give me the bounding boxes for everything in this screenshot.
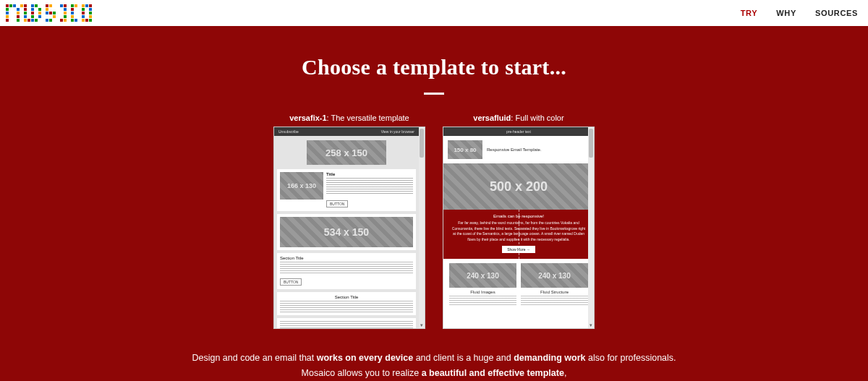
scrollbar[interactable]: ▴ ▾ [419,127,425,328]
preview-header: 150 x 80 Responsive Email Template. [443,136,594,163]
unsubscribe-link: Unsubscribe [278,129,299,134]
column: 240 x 130 Fluid Structure [521,263,588,306]
hero-section: Choose a template to start... versafix-1… [0,26,868,381]
top-bar: TRY WHY SOURCES [0,0,868,26]
template-card-versafluid[interactable]: versafluid: Full with color pre-header t… [443,114,595,329]
nav-sources[interactable]: SOURCES [815,9,858,17]
placeholder-image: 500 x 200 [443,163,594,210]
preview-button: BUTTON [326,200,348,207]
preview-topbar: Unsubscribe View in your browser [274,127,419,136]
lorem-lines [449,296,516,306]
preview-button: BUTTON [280,278,302,286]
preview-section: Section Title BUTTON [277,253,416,289]
template-caption: versafix-1: The versatile template [273,114,425,122]
brand-logo [6,4,92,22]
lorem-lines [326,178,413,195]
template-caption: versafluid: Full with color [443,114,595,122]
template-card-versafix[interactable]: versafix-1: The versatile template Unsub… [273,114,425,329]
preview-columns: 240 x 130 Fluid Images 240 x 130 Fluid S… [443,259,594,310]
nav-try[interactable]: TRY [741,9,758,17]
text-block: Title BUTTON [326,172,413,208]
preview-topbar: pre-header text [443,127,594,136]
title-underline [424,93,444,95]
placeholder-image: 258 x 150 [307,140,386,165]
nav-why[interactable]: WHY [776,9,796,17]
scroll-handle[interactable] [420,129,424,158]
preview-section: Section Title [277,292,416,315]
lorem-lines [280,301,413,312]
scroll-down-icon: ▾ [419,322,425,328]
page-title: Choose a template to start... [0,55,868,80]
header-text: Responsive Email Template. [487,147,542,152]
placeholder-image: 150 x 80 [448,140,482,159]
scroll-handle[interactable] [589,129,593,158]
column-label: Fluid Structure [521,290,588,294]
lorem-lines [521,296,588,306]
column-label: Fluid Images [449,290,516,294]
template-picker: versafix-1: The versatile template Unsub… [0,114,868,329]
scroll-down-icon: ▾ [588,322,594,328]
template-thumbnail: Unsubscribe View in your browser 258 x 1… [273,127,425,329]
column: 240 x 130 Fluid Images [449,263,516,306]
body-paragraph: Far far away, behind the word mountains,… [451,221,587,242]
preview-section [277,318,416,329]
lorem-lines [280,262,413,273]
view-browser-link: View in your browser [381,129,414,134]
hero-description: Design and code an email that works on e… [0,351,868,381]
placeholder-image: 240 x 130 [521,263,588,288]
placeholder-image: 240 x 130 [449,263,516,288]
block-title: Title [326,172,413,176]
template-thumbnail: pre-header text 150 x 80 Responsive Emai… [443,127,595,329]
primary-nav: TRY WHY SOURCES [741,9,858,17]
lorem-lines [280,321,413,329]
scrollbar[interactable]: ▴ ▾ [588,127,594,328]
placeholder-image: 534 x 150 [280,217,413,247]
preview-body: Emails can be responsive! Far far away, … [443,210,594,259]
preview-row: 166 x 130 Title BUTTON [277,169,416,211]
section-title: Section Title [280,295,413,299]
placeholder-image: 166 x 130 [280,172,323,200]
section-title: Section Title [280,256,413,260]
preview-row: 534 x 150 [277,214,416,250]
